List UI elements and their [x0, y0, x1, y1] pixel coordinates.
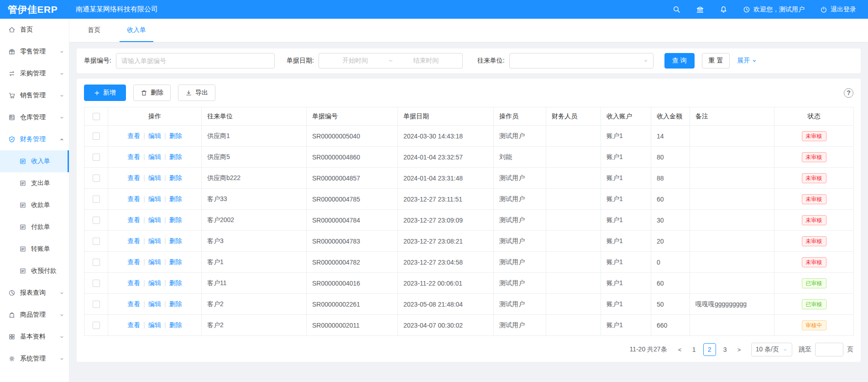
- sidebar-item-收入单[interactable]: 收入单: [0, 150, 69, 172]
- row-action-删除[interactable]: 删除: [169, 279, 182, 286]
- jump-page-input[interactable]: [815, 343, 843, 356]
- column-header-单据日期: 单据日期: [398, 107, 494, 126]
- row-action-删除[interactable]: 删除: [169, 258, 182, 265]
- sidebar-item-采购管理[interactable]: 采购管理: [0, 63, 69, 85]
- row-action-删除[interactable]: 删除: [169, 174, 182, 181]
- cell-operator: 测试用户: [494, 189, 546, 210]
- next-page-button[interactable]: >: [733, 343, 746, 356]
- row-checkbox[interactable]: [93, 322, 100, 329]
- cell-finance: [546, 147, 601, 168]
- row-action-查看[interactable]: 查看: [127, 153, 140, 160]
- cell-bill-no: SR00000004784: [307, 210, 398, 231]
- page-button-1[interactable]: 1: [688, 343, 701, 356]
- select-all-checkbox[interactable]: [93, 113, 100, 120]
- row-checkbox[interactable]: [93, 280, 100, 287]
- export-button[interactable]: 导出: [178, 85, 215, 101]
- row-action-查看[interactable]: 查看: [127, 237, 140, 244]
- logout-button[interactable]: 退出登录: [820, 5, 856, 14]
- status-badge: 未审核: [802, 257, 826, 267]
- row-checkbox[interactable]: [93, 175, 100, 182]
- search-icon[interactable]: [673, 5, 680, 13]
- row-action-查看[interactable]: 查看: [127, 132, 140, 139]
- row-action-查看[interactable]: 查看: [127, 174, 140, 181]
- download-icon: [185, 90, 192, 96]
- row-action-编辑[interactable]: 编辑: [148, 174, 161, 181]
- page-button-2[interactable]: 2: [703, 343, 716, 356]
- search-button[interactable]: 查 询: [664, 53, 695, 69]
- logout-icon: [820, 6, 827, 13]
- row-action-删除[interactable]: 删除: [169, 237, 182, 244]
- tab-income-bill[interactable]: 收入单: [120, 19, 153, 42]
- row-checkbox[interactable]: [93, 301, 100, 308]
- row-action-查看[interactable]: 查看: [127, 321, 140, 329]
- cell-bill-no: SR00000004857: [307, 168, 398, 189]
- row-action-查看[interactable]: 查看: [127, 258, 140, 265]
- sidebar-item-财务管理[interactable]: 财务管理: [0, 128, 69, 150]
- reset-button[interactable]: 重 置: [702, 53, 730, 69]
- sidebar-item-报表查询[interactable]: 报表查询: [0, 282, 69, 304]
- date-range-picker[interactable]: 开始时间 ~ 结束时间: [319, 53, 463, 69]
- expand-link[interactable]: 展开: [737, 57, 757, 65]
- row-action-删除[interactable]: 删除: [169, 300, 182, 308]
- row-checkbox[interactable]: [93, 154, 100, 161]
- prev-page-button[interactable]: <: [674, 343, 686, 356]
- main-area: 首页 收入单 单据编号: 单据日期: 开始时间 ~ 结束时间 往来单位: 查 询…: [69, 19, 868, 382]
- cell-account: 账户1: [601, 210, 651, 231]
- sidebar-item-首页[interactable]: 首页: [0, 19, 69, 41]
- chevron-down-icon: [783, 347, 788, 352]
- sidebar-item-收预付款[interactable]: 收预付款: [0, 260, 69, 282]
- sidebar-item-零售管理[interactable]: 零售管理: [0, 41, 69, 63]
- row-action-删除[interactable]: 删除: [169, 195, 182, 202]
- bill-no-input[interactable]: [116, 53, 275, 69]
- row-action-编辑[interactable]: 编辑: [148, 300, 161, 308]
- tab-home[interactable]: 首页: [80, 19, 108, 42]
- row-checkbox[interactable]: [93, 259, 100, 266]
- sidebar-item-商品管理[interactable]: 商品管理: [0, 304, 69, 326]
- row-action-删除[interactable]: 删除: [169, 216, 182, 223]
- sidebar-item-仓库管理[interactable]: 仓库管理: [0, 106, 69, 128]
- chevron-down-icon: [643, 58, 648, 64]
- row-action-编辑[interactable]: 编辑: [148, 195, 161, 202]
- cell-remark: 嘎嘎嘎ggggggggg: [690, 294, 774, 315]
- row-action-查看[interactable]: 查看: [127, 195, 140, 202]
- row-action-查看[interactable]: 查看: [127, 216, 140, 223]
- bank-icon[interactable]: [696, 5, 704, 14]
- row-action-查看[interactable]: 查看: [127, 300, 140, 308]
- row-action-删除[interactable]: 删除: [169, 132, 182, 139]
- cell-bill-no: SR00000004783: [307, 231, 398, 252]
- row-checkbox[interactable]: [93, 196, 100, 203]
- row-action-删除[interactable]: 删除: [169, 321, 182, 329]
- partner-select[interactable]: [509, 53, 654, 69]
- page-button-3[interactable]: 3: [719, 343, 732, 356]
- add-button[interactable]: 新增: [84, 85, 126, 101]
- cell-amount: 20: [651, 231, 690, 252]
- row-action-编辑[interactable]: 编辑: [148, 237, 161, 244]
- bell-icon[interactable]: [720, 5, 727, 13]
- sidebar-item-付款单[interactable]: 付款单: [0, 216, 69, 238]
- row-action-删除[interactable]: 删除: [169, 153, 182, 160]
- cell-amount: 60: [651, 273, 690, 294]
- row-action-编辑[interactable]: 编辑: [148, 153, 161, 160]
- sidebar-item-转账单[interactable]: 转账单: [0, 238, 69, 260]
- sidebar-item-系统管理[interactable]: 系统管理: [0, 348, 69, 370]
- table-row: 查看|编辑|删除客户33SR000000047852023-12-27 23:1…: [84, 189, 854, 210]
- row-checkbox[interactable]: [93, 133, 100, 140]
- page-size-select[interactable]: 10 条/页: [751, 343, 792, 356]
- row-checkbox[interactable]: [93, 238, 100, 245]
- row-action-编辑[interactable]: 编辑: [148, 216, 161, 223]
- row-action-查看[interactable]: 查看: [127, 279, 140, 286]
- row-action-编辑[interactable]: 编辑: [148, 279, 161, 286]
- row-action-编辑[interactable]: 编辑: [148, 132, 161, 139]
- sidebar-item-收款单[interactable]: 收款单: [0, 194, 69, 216]
- date-start-placeholder: 开始时间: [324, 57, 387, 65]
- help-icon[interactable]: ?: [844, 88, 853, 98]
- sidebar-item-基本资料[interactable]: 基本资料: [0, 326, 69, 348]
- date-separator: ~: [387, 57, 394, 64]
- row-checkbox[interactable]: [93, 217, 100, 224]
- sidebar-item-支出单[interactable]: 支出单: [0, 172, 69, 194]
- row-action-编辑[interactable]: 编辑: [148, 258, 161, 265]
- delete-button[interactable]: 删除: [133, 85, 171, 101]
- cell-date: 2023-12-27 23:04:58: [398, 252, 494, 273]
- sidebar-item-销售管理[interactable]: 销售管理: [0, 85, 69, 106]
- row-action-编辑[interactable]: 编辑: [148, 321, 161, 329]
